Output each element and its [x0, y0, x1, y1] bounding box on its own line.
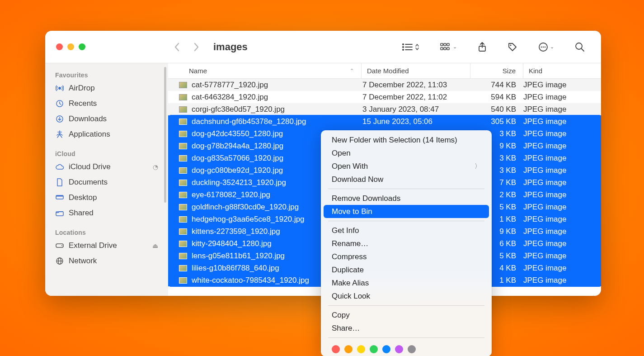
file-size: 744 KB: [471, 81, 523, 90]
menu-item-copy[interactable]: Copy: [324, 309, 489, 322]
download-icon: [55, 115, 64, 123]
menu-item-label: Copy: [332, 311, 350, 320]
zoom-window-button[interactable]: [79, 43, 85, 50]
sidebar-item-network[interactable]: Network: [45, 253, 168, 269]
menu-item-open[interactable]: Open: [324, 147, 489, 160]
file-kind: JPEG image: [523, 215, 589, 224]
share-button[interactable]: [478, 42, 487, 52]
list-view-icon: [401, 43, 413, 52]
folder-title: images: [209, 41, 248, 53]
file-thumbnail-icon: [179, 180, 187, 186]
menu-item-duplicate[interactable]: Duplicate: [324, 263, 489, 276]
svg-rect-7: [444, 43, 446, 46]
file-thumbnail-icon: [179, 106, 187, 113]
file-kind: JPEG image: [523, 276, 589, 285]
tag-color[interactable]: [408, 345, 416, 353]
chevron-down-icon: ⌄: [550, 44, 554, 50]
file-kind: JPEG image: [523, 142, 589, 151]
menu-item-get-info[interactable]: Get Info: [324, 224, 489, 237]
tag-icon: [508, 42, 517, 52]
minimize-window-button[interactable]: [67, 43, 74, 50]
clock-icon: [55, 100, 64, 108]
sidebar-item-recents[interactable]: Recents: [45, 96, 168, 111]
file-row[interactable]: corgi-gfc38e0d57_1920.jpg3 January 2023,…: [168, 103, 601, 115]
back-button[interactable]: [174, 42, 183, 52]
sidebar-item-desktop[interactable]: Desktop: [45, 190, 168, 205]
view-options-button[interactable]: [401, 43, 419, 52]
search-button[interactable]: [575, 42, 585, 52]
sidebar-item-icloud-drive[interactable]: iCloud Drive◔: [45, 159, 168, 175]
sidebar-item-external-drive[interactable]: External Drive⏏: [45, 238, 168, 253]
file-kind: JPEG image: [523, 105, 589, 114]
file-kind: JPEG image: [523, 93, 589, 102]
file-thumbnail-icon: [179, 155, 187, 161]
sidebar-item-applications[interactable]: Applications: [45, 127, 168, 142]
sidebar-item-downloads[interactable]: Downloads: [45, 111, 168, 127]
file-date: 15 June 2023, 05:06: [362, 117, 471, 126]
file-row[interactable]: cat-6463284_1920.jpg7 December 2022, 11:…: [168, 91, 601, 103]
menu-item-label: Get Info: [332, 226, 359, 235]
menu-item-move-to-bin[interactable]: Move to Bin: [324, 205, 489, 218]
menu-item-label: Compress: [332, 252, 367, 261]
file-name: corgi-gfc38e0d57_1920.jpg: [192, 105, 362, 114]
svg-rect-9: [441, 47, 443, 50]
menu-item-quick-look[interactable]: Quick Look: [324, 290, 489, 303]
sidebar-item-label: iCloud Drive: [69, 162, 111, 171]
column-name[interactable]: Name⌃: [189, 67, 361, 75]
sidebar: Favourites AirDropRecentsDownloadsApplic…: [45, 63, 168, 296]
group-button[interactable]: ⌄: [440, 43, 457, 52]
tag-color[interactable]: [370, 345, 378, 353]
close-window-button[interactable]: [56, 43, 63, 50]
file-thumbnail-icon: [179, 216, 187, 223]
apps-icon: [55, 130, 64, 138]
tag-color[interactable]: [395, 345, 403, 353]
navigation-arrows: [167, 42, 209, 52]
menu-item-open-with[interactable]: Open With〉: [324, 160, 489, 173]
chevron-updown-icon: [415, 43, 419, 51]
sidebar-item-label: Desktop: [69, 193, 97, 202]
menu-item-rename[interactable]: Rename…: [324, 237, 489, 250]
file-thumbnail-icon: [179, 253, 187, 259]
sidebar-item-label: External Drive: [69, 241, 117, 250]
menu-separator: [328, 189, 484, 189]
svg-rect-6: [441, 43, 443, 46]
tag-color[interactable]: [357, 345, 365, 353]
column-kind[interactable]: Kind: [523, 67, 589, 75]
sidebar-item-shared[interactable]: Shared: [45, 205, 168, 221]
file-kind: JPEG image: [523, 178, 589, 187]
window-controls: [45, 43, 167, 50]
file-name: cat-6463284_1920.jpg: [192, 93, 362, 102]
actions-button[interactable]: ⌄: [538, 42, 554, 52]
svg-point-20: [59, 87, 61, 89]
menu-item-new-folder-with-selection-14-items[interactable]: New Folder with Selection (14 Items): [324, 133, 489, 147]
tags-button[interactable]: [508, 42, 517, 52]
doc-icon: [55, 178, 64, 186]
menu-item-share[interactable]: Share…: [324, 322, 489, 335]
file-row[interactable]: cat-5778777_1920.jpg7 December 2022, 11:…: [168, 79, 601, 91]
menu-item-make-alias[interactable]: Make Alias: [324, 276, 489, 290]
tag-color[interactable]: [332, 345, 340, 353]
airdrop-icon: [55, 84, 64, 92]
menu-item-label: Open With: [332, 162, 368, 171]
file-thumbnail-icon: [179, 94, 187, 100]
menu-item-label: Quick Look: [332, 292, 370, 301]
file-row[interactable]: dachshund-gf6b45378e_1280.jpg15 June 202…: [168, 115, 601, 128]
file-thumbnail-icon: [179, 119, 187, 125]
tag-color[interactable]: [344, 345, 353, 353]
tag-color[interactable]: [382, 345, 390, 353]
menu-item-download-now[interactable]: Download Now: [324, 173, 489, 186]
menu-item-label: Remove Downloads: [332, 194, 400, 203]
ellipsis-circle-icon: [538, 42, 548, 52]
file-size: 305 KB: [471, 117, 523, 126]
menu-item-compress[interactable]: Compress: [324, 250, 489, 263]
sidebar-item-airdrop[interactable]: AirDrop: [45, 81, 168, 96]
sidebar-item-label: Downloads: [69, 114, 107, 123]
file-kind: JPEG image: [523, 154, 589, 163]
column-date[interactable]: Date Modified: [362, 67, 470, 75]
sidebar-item-documents[interactable]: Documents: [45, 175, 168, 190]
column-size[interactable]: Size: [470, 67, 523, 75]
forward-button[interactable]: [193, 42, 202, 52]
globe-icon: [55, 257, 64, 265]
toolbar: images ⌄ ⌄: [45, 31, 601, 63]
menu-item-remove-downloads[interactable]: Remove Downloads: [324, 192, 489, 205]
